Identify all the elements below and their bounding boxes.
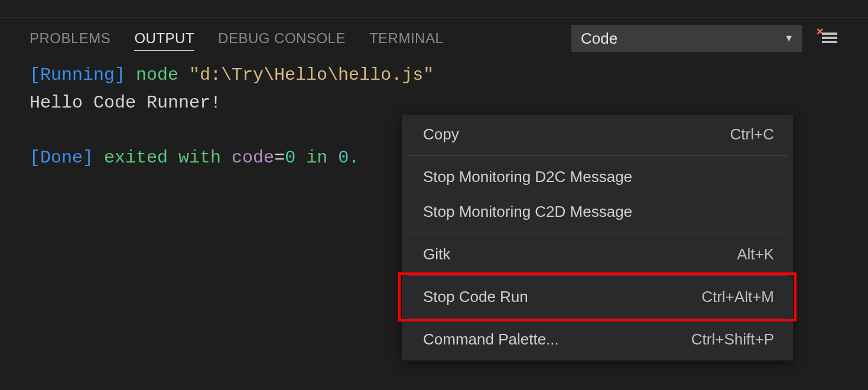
panel-tabs-header: PROBLEMS OUTPUT DEBUG CONSOLE TERMINAL C… bbox=[0, 24, 868, 53]
output-cmd-node: node bbox=[136, 65, 178, 85]
context-menu-item-stop-monitoring-d2c-message[interactable]: Stop Monitoring D2C Message bbox=[402, 160, 793, 194]
window-top-strip bbox=[0, 0, 868, 18]
output-done-text1: exited with bbox=[104, 148, 221, 168]
chevron-down-icon: ▼ bbox=[784, 33, 794, 44]
context-menu-item-shortcut: Alt+K bbox=[737, 245, 774, 264]
tab-problems[interactable]: PROBLEMS bbox=[30, 27, 110, 50]
context-menu-item-copy[interactable]: CopyCtrl+C bbox=[402, 117, 793, 152]
context-menu-separator bbox=[408, 318, 787, 318]
output-line-hello: Hello Code Runner! bbox=[30, 93, 221, 113]
context-menu-item-shortcut: Ctrl+C bbox=[730, 125, 774, 144]
output-done-code-val: 0 bbox=[285, 148, 295, 168]
output-done-time: 0. bbox=[338, 148, 359, 168]
context-menu-item-shortcut: Ctrl+Alt+M bbox=[701, 288, 774, 306]
context-menu-separator bbox=[408, 275, 787, 276]
context-menu-separator bbox=[408, 155, 787, 156]
context-menu-item-label: Gitk bbox=[423, 245, 450, 264]
context-menu-item-shortcut: Ctrl+Shift+P bbox=[691, 330, 774, 349]
context-menu-item-stop-monitoring-c2d-message[interactable]: Stop Monitoring C2D Message bbox=[402, 194, 793, 229]
panel-right-controls: Code ▼ ✕ bbox=[571, 25, 838, 52]
output-cmd-path: "d:\Try\Hello\hello.js" bbox=[189, 65, 434, 85]
context-menu-item-label: Stop Code Run bbox=[423, 288, 528, 306]
bottom-panel: PROBLEMS OUTPUT DEBUG CONSOLE TERMINAL C… bbox=[0, 18, 868, 180]
tab-debug-console[interactable]: DEBUG CONSOLE bbox=[218, 27, 346, 50]
output-channel-select[interactable]: Code ▼ bbox=[571, 25, 802, 52]
context-menu: CopyCtrl+CStop Monitoring D2C MessageSto… bbox=[402, 115, 793, 360]
output-tag-done: [Done] bbox=[30, 148, 93, 168]
output-channel-value: Code bbox=[581, 30, 617, 48]
clear-output-button[interactable]: ✕ bbox=[818, 28, 838, 48]
context-menu-separator bbox=[408, 233, 787, 233]
tab-output[interactable]: OUTPUT bbox=[134, 27, 194, 51]
context-menu-item-stop-code-run[interactable]: Stop Code RunCtrl+Alt+M bbox=[402, 280, 793, 314]
output-done-eq: = bbox=[274, 148, 285, 168]
output-done-in: in bbox=[306, 148, 327, 168]
output-done-code-key: code bbox=[232, 148, 274, 168]
context-menu-item-label: Copy bbox=[423, 125, 459, 144]
context-menu-item-command-palette[interactable]: Command Palette...Ctrl+Shift+P bbox=[402, 322, 793, 357]
context-menu-item-label: Stop Monitoring C2D Message bbox=[423, 203, 632, 221]
tab-terminal[interactable]: TERMINAL bbox=[369, 27, 443, 50]
context-menu-item-gitk[interactable]: GitkAlt+K bbox=[402, 237, 793, 272]
context-menu-item-label: Stop Monitoring D2C Message bbox=[423, 168, 632, 186]
output-tag-running: [Running] bbox=[30, 65, 125, 85]
context-menu-item-label: Command Palette... bbox=[423, 330, 559, 349]
